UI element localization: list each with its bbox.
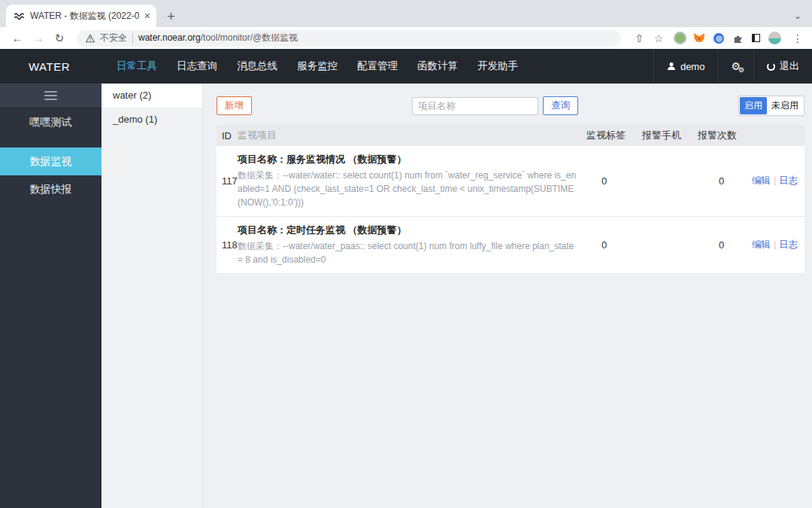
nav-item-log-query[interactable]: 日志查询 [177,59,217,73]
row-tag-count: 0 [585,239,641,251]
sidebar-item-hehe-test[interactable]: 嘿嘿测试 [0,108,102,135]
control-row: 新增 查询 启用 未启用 [217,96,804,115]
table-row: 118 项目名称：定时任务监视 （数据预警） 数据采集：--water/wate… [217,217,804,274]
browser-tab[interactable]: WATER - 数据监视 (2022-05-0 × [6,5,156,27]
bookmark-star-icon[interactable]: ☆ [651,32,666,44]
monitor-table: ID 监视项目 监视标签 报警手机 报警次数 117 项目名称：服务监视情况 （… [217,125,804,274]
browser-tab-strip: WATER - 数据监视 (2022-05-0 × + ⌄ [0,0,812,27]
header-project: 监视项目 [238,129,585,142]
action-separator: | [774,239,776,250]
tab-title: WATER - 数据监视 (2022-05-0 [30,10,139,23]
power-ring-icon [767,62,775,71]
nav-item-function-compute[interactable]: 函数计算 [417,59,458,73]
filter-disabled-button[interactable]: 未启用 [767,97,803,114]
group-list: water (2) _demo (1) [102,84,203,508]
header-tag: 监视标签 [585,129,641,142]
hamburger-icon [44,89,57,102]
logout-label: 退出 [780,59,799,73]
edit-link[interactable]: 编辑 [752,175,771,186]
user-menu[interactable]: demo [653,49,718,84]
log-link[interactable]: 日志 [779,239,798,250]
extension-icons: ⋮ [675,32,803,44]
gears-icon: ⚙⚙ [731,61,741,71]
project-detail: 数据采集：--water/water_paas:: select count(1… [238,239,579,266]
sidebar-item-data-monitor[interactable]: 数据监视 [0,148,102,175]
row-id: 117 [217,175,238,187]
app-body: 嘿嘿测试 数据监视 数据快报 water (2) _demo (1) 新增 查询… [0,84,812,508]
group-item-water[interactable]: water (2) [102,84,202,108]
project-name: 项目名称：服务监视情况 （数据预警） [238,153,579,166]
extension-blue-circle-icon[interactable] [714,33,724,44]
url-domain: water.noear.org [138,32,201,43]
main-content: 新增 查询 启用 未启用 ID 监视项目 监视标签 报警手机 报警次数 117 [203,84,812,508]
url-path: /tool/monitor/@数据监视 [201,32,298,43]
row-tag-count: 0 [585,175,641,187]
omnibox-divider [132,33,133,43]
tab-search-chevron-icon[interactable]: ⌄ [794,11,801,21]
security-label[interactable]: 不安全 [100,32,127,44]
nav-item-daily-tools[interactable]: 日常工具 [117,59,157,73]
project-name-input[interactable] [412,97,538,115]
filter-enabled-button[interactable]: 启用 [740,97,767,114]
table-row: 117 项目名称：服务监视情况 （数据预警） 数据采集：--water/wate… [217,146,804,217]
row-alarm-count: 0 [696,239,752,251]
nav-item-config-manage[interactable]: 配置管理 [357,59,398,73]
search-group: 查询 [412,96,578,115]
browser-profile-avatar[interactable] [768,32,781,44]
sidebar-panel-icon[interactable] [752,34,760,42]
row-id: 118 [217,239,238,251]
browser-toolbar: ← → ↻ 不安全 water.noear.org/tool/monitor/@… [0,27,812,49]
nav-item-message-bus[interactable]: 消息总线 [237,59,277,73]
project-detail: 数据采集：--water/water:: select count(1) num… [238,169,579,209]
share-icon[interactable]: ⇧ [632,32,647,44]
sidebar: 嘿嘿测试 数据监视 数据快报 [0,84,102,508]
nav-menu: 日常工具 日志查询 消息总线 服务监控 配置管理 函数计算 开发助手 [117,49,518,84]
sidebar-collapse-button[interactable] [0,84,102,108]
app-navbar: WATER 日常工具 日志查询 消息总线 服务监控 配置管理 函数计算 开发助手… [0,49,812,84]
logout-button[interactable]: 退出 [753,49,812,84]
query-button[interactable]: 查询 [543,96,578,115]
row-actions: 编辑|日志 [752,175,804,187]
sidebar-item-data-report[interactable]: 数据快报 [0,175,102,203]
browser-menu-icon[interactable]: ⋮ [792,32,803,44]
action-separator: | [774,175,776,186]
log-link[interactable]: 日志 [779,175,798,186]
add-button[interactable]: 新增 [217,96,252,115]
forward-icon: → [30,32,47,44]
status-filter-toggle: 启用 未启用 [738,96,804,116]
user-icon [667,62,676,71]
nav-item-dev-assistant[interactable]: 开发助手 [477,59,518,73]
address-bar[interactable]: 不安全 water.noear.org/tool/monitor/@数据监视 [77,30,621,47]
row-project: 项目名称：定时任务监视 （数据预警） 数据采集：--water/water_pa… [238,224,585,266]
group-item-demo[interactable]: _demo (1) [102,108,202,132]
edit-link[interactable]: 编辑 [752,239,771,250]
header-count: 报警次数 [696,129,752,142]
warning-triangle-icon [86,34,95,43]
extensions-puzzle-icon[interactable] [732,32,744,44]
settings-button[interactable]: ⚙⚙ [717,49,753,84]
back-icon[interactable]: ← [9,32,26,44]
row-alarm-count: 0 [696,175,752,187]
row-project: 项目名称：服务监视情况 （数据预警） 数据采集：--water/water:: … [238,153,585,209]
tab-close-icon[interactable]: × [144,11,150,21]
metamask-fox-icon[interactable] [693,32,705,44]
nav-item-service-monitor[interactable]: 服务监控 [297,59,338,73]
project-name: 项目名称：定时任务监视 （数据预警） [238,224,579,237]
user-name: demo [680,61,705,72]
header-phone: 报警手机 [641,129,696,142]
row-actions: 编辑|日志 [752,239,804,251]
reload-icon[interactable]: ↻ [51,32,68,45]
table-header: ID 监视项目 监视标签 报警手机 报警次数 [217,125,804,146]
water-favicon-icon [14,11,25,22]
extension-green-dot-icon[interactable] [675,33,685,43]
url-text[interactable]: water.noear.org/tool/monitor/@数据监视 [138,32,298,44]
brand-logo[interactable]: WATER [0,49,102,84]
header-id: ID [217,130,238,141]
navbar-right: demo ⚙⚙ 退出 [653,49,812,84]
new-tab-button[interactable]: + [167,9,175,23]
